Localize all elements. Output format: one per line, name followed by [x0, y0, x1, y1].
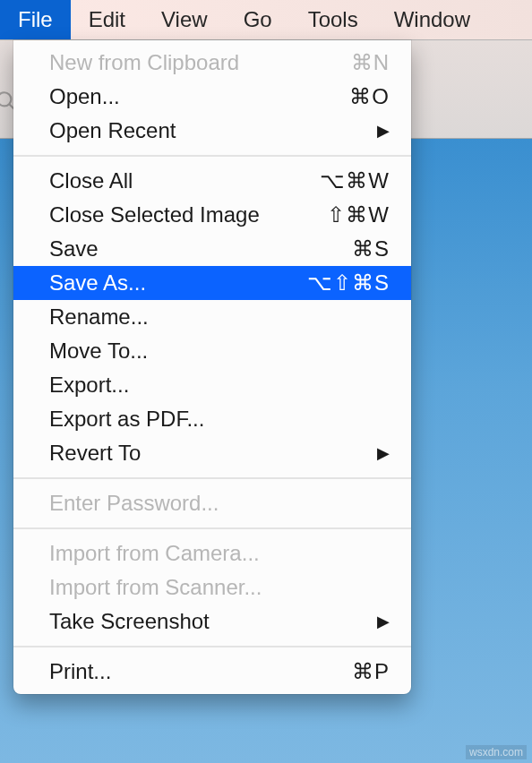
menu-shortcut: ⇧⌘W [300, 202, 390, 227]
menu-separator [13, 646, 411, 647]
menubar-label: File [18, 7, 53, 32]
menu-label: Enter Password... [49, 491, 390, 516]
watermark: wsxdn.com [466, 745, 527, 759]
menu-shortcut: ⌘O [300, 84, 390, 109]
menubar-item-view[interactable]: View [143, 0, 226, 39]
menu-item-enter-password: Enter Password... [13, 486, 411, 520]
menu-separator [13, 477, 411, 479]
menu-shortcut: ⌥⌘W [300, 168, 390, 193]
menu-item-print[interactable]: Print... ⌘P [13, 655, 411, 689]
menubar-label: Edit [89, 7, 125, 32]
menu-separator [13, 527, 411, 529]
menu-item-export[interactable]: Export... [13, 368, 411, 402]
menu-item-new-from-clipboard: New from Clipboard ⌘N [13, 46, 411, 80]
menu-item-import-from-camera: Import from Camera... [13, 536, 411, 570]
menu-item-close-selected-image[interactable]: Close Selected Image ⇧⌘W [13, 198, 411, 232]
menu-item-take-screenshot[interactable]: Take Screenshot ▶ [13, 604, 411, 639]
menu-item-export-as-pdf[interactable]: Export as PDF... [13, 402, 411, 436]
menubar: File Edit View Go Tools Window [0, 0, 532, 40]
menubar-item-tools[interactable]: Tools [290, 0, 376, 39]
menu-label: Close All [49, 168, 300, 193]
menu-shortcut: ⌘S [300, 236, 390, 261]
file-menu-dropdown: New from Clipboard ⌘N Open... ⌘O Open Re… [13, 40, 411, 694]
menu-item-close-all[interactable]: Close All ⌥⌘W [13, 164, 411, 198]
menu-label: Move To... [49, 339, 390, 364]
menu-shortcut: ⌘N [300, 50, 390, 75]
menu-label: Print... [49, 659, 300, 684]
menu-label: Save As... [49, 270, 300, 296]
menu-shortcut: ⌘P [300, 659, 390, 684]
menubar-label: View [161, 7, 208, 32]
menu-label: Save [49, 236, 300, 261]
menu-label: Open Recent [49, 118, 300, 143]
menu-label: Take Screenshot [49, 609, 300, 634]
menu-item-open-recent[interactable]: Open Recent ▶ [13, 114, 411, 148]
menubar-label: Go [244, 7, 272, 32]
submenu-arrow-icon: ▶ [300, 443, 390, 463]
menu-item-import-from-scanner: Import from Scanner... [13, 570, 411, 604]
menu-label: New from Clipboard [49, 50, 300, 75]
menu-label: Rename... [49, 304, 390, 330]
menu-label: Open... [49, 84, 300, 109]
menu-label: Import from Camera... [49, 541, 390, 566]
menubar-label: Tools [308, 7, 358, 32]
menu-label: Revert To [49, 441, 300, 466]
menu-item-move-to[interactable]: Move To... [13, 334, 411, 368]
menu-label: Export as PDF... [49, 407, 390, 432]
menu-separator [13, 155, 411, 157]
menu-item-save-as[interactable]: Save As... ⌥⇧⌘S [13, 266, 411, 300]
menu-item-rename[interactable]: Rename... [13, 300, 411, 334]
menu-item-save[interactable]: Save ⌘S [13, 232, 411, 266]
menubar-item-go[interactable]: Go [226, 0, 290, 39]
menu-item-revert-to[interactable]: Revert To ▶ [13, 436, 411, 470]
menu-item-open[interactable]: Open... ⌘O [13, 80, 411, 114]
submenu-arrow-icon: ▶ [300, 121, 390, 141]
menu-label: Close Selected Image [49, 202, 300, 227]
menu-label: Import from Scanner... [49, 575, 390, 600]
menubar-label: Window [394, 7, 470, 32]
menubar-item-edit[interactable]: Edit [71, 0, 143, 39]
submenu-arrow-icon: ▶ [300, 612, 390, 631]
menubar-item-window[interactable]: Window [376, 0, 488, 39]
menu-shortcut: ⌥⇧⌘S [300, 270, 390, 296]
menubar-item-file[interactable]: File [0, 0, 71, 39]
menu-label: Export... [49, 373, 390, 398]
